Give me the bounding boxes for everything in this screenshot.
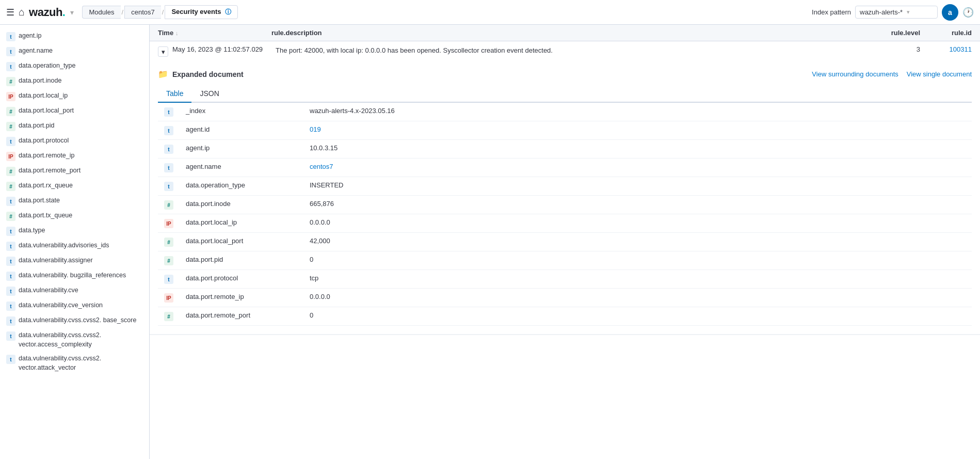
field-value-cell: tcp — [303, 270, 972, 289]
field-value-cell: wazuh-alerts-4.x-2023.05.16 — [303, 103, 972, 121]
sidebar-item[interactable]: t data.vulnerability.assigner — [0, 254, 149, 268]
sidebar: t agent.ip t agent.name t data.operation… — [0, 25, 150, 459]
field-type-badge: t — [6, 137, 15, 146]
field-type-badge: # — [6, 182, 15, 191]
view-single-link[interactable]: View single document — [907, 70, 972, 78]
field-type-badge: t — [6, 355, 15, 364]
sidebar-item[interactable]: t data.vulnerability.cvss.cvss2. base_sc… — [0, 313, 149, 328]
field-name: data.port.remote_port — [19, 166, 81, 176]
logo: wazuh. — [29, 6, 65, 19]
field-name-cell: data.port.local_ip — [180, 214, 303, 233]
logo-caret-icon[interactable]: ▾ — [70, 8, 74, 17]
field-name: data.port.local_ip — [19, 91, 68, 101]
sidebar-item[interactable]: t data.operation_type — [0, 59, 149, 74]
breadcrumb-security-events[interactable]: Security events ⓘ — [165, 5, 238, 19]
expanded-table-row: # data.port.remote_port 0 — [158, 307, 972, 326]
field-name: data.vulnerability.cvss.cvss2. base_scor… — [19, 316, 136, 325]
expanded-table-row: # data.port.local_port 42,000 — [158, 233, 972, 251]
sort-arrow-icon: ↓ — [175, 30, 179, 36]
sidebar-item[interactable]: t data.vulnerability.cvss.cvss2. vector.… — [0, 328, 149, 352]
index-pattern-caret-icon: ▾ — [907, 9, 910, 15]
sidebar-item[interactable]: t agent.ip — [0, 29, 149, 44]
expanded-table-row: t data.operation_type INSERTED — [158, 177, 972, 196]
tab-table[interactable]: Table — [158, 85, 191, 103]
field-value-cell[interactable]: 019 — [303, 121, 972, 140]
avatar[interactable]: a — [942, 4, 958, 21]
field-value-cell[interactable]: centos7 — [303, 159, 972, 177]
sidebar-item[interactable]: # data.port.rx_queue — [0, 179, 149, 194]
field-name-cell: data.port.pid — [180, 251, 303, 270]
sidebar-item[interactable]: t data.vulnerability.advisories_ids — [0, 239, 149, 254]
sidebar-item[interactable]: t data.vulnerability.cvss.cvss2. vector.… — [0, 352, 149, 375]
field-name: data.vulnerability.cve_version — [19, 301, 103, 310]
expanded-title: 📁 Expanded document — [158, 69, 244, 79]
expanded-table-row: t _index wazuh-alerts-4.x-2023.05.16 — [158, 103, 972, 121]
field-name: data.port.pid — [19, 121, 55, 131]
table-header: Time ↓ rule.description rule.level rule.… — [150, 25, 980, 41]
field-name: data.vulnerability.cvss.cvss2. vector.at… — [19, 354, 143, 372]
field-type-badge: # — [6, 122, 15, 131]
hamburger-icon[interactable]: ☰ — [6, 7, 14, 18]
field-type-cell: # — [158, 251, 180, 270]
col-desc-header: rule.description — [271, 29, 858, 37]
field-type-cell: t — [158, 103, 180, 121]
sidebar-item[interactable]: t data.vulnerability. bugzilla_reference… — [0, 268, 149, 283]
sidebar-item[interactable]: # data.port.inode — [0, 74, 149, 89]
field-name: data.port.local_port — [19, 106, 74, 116]
expanded-table-row: IP data.port.local_ip 0.0.0.0 — [158, 214, 972, 233]
expand-button[interactable]: ▾ — [158, 46, 168, 57]
sidebar-item[interactable]: # data.port.local_port — [0, 104, 149, 119]
field-name-cell: data.port.local_port — [180, 233, 303, 251]
field-type-badge: t — [6, 331, 15, 341]
field-type-cell: t — [158, 121, 180, 140]
data-row-main: ▾ May 16, 2023 @ 11:02:57.029 The port: … — [150, 41, 980, 61]
clock-icon[interactable]: 🕐 — [962, 7, 974, 18]
expanded-table-row: IP data.port.remote_ip 0.0.0.0 — [158, 289, 972, 307]
breadcrumb-modules[interactable]: Modules — [82, 6, 120, 19]
sidebar-item[interactable]: t data.type — [0, 224, 149, 239]
field-name: data.port.tx_queue — [19, 211, 72, 220]
expanded-document: 📁 Expanded document View surrounding doc… — [150, 61, 980, 335]
sidebar-item[interactable]: t data.vulnerability.cve_version — [0, 298, 149, 313]
sidebar-item[interactable]: t agent.name — [0, 44, 149, 59]
field-type-badge: t — [6, 47, 15, 56]
field-type-badge: # — [6, 212, 15, 221]
info-icon[interactable]: ⓘ — [225, 8, 231, 15]
sidebar-item[interactable]: t data.port.protocol — [0, 134, 149, 149]
sidebar-item[interactable]: IP data.port.remote_ip — [0, 149, 149, 164]
col-time-header[interactable]: Time ↓ — [158, 29, 271, 37]
sidebar-item[interactable]: # data.port.remote_port — [0, 164, 149, 179]
sidebar-item[interactable]: t data.port.state — [0, 194, 149, 209]
view-surrounding-link[interactable]: View surrounding documents — [812, 70, 898, 78]
field-value-cell: 42,000 — [303, 233, 972, 251]
expanded-table-row: # data.port.pid 0 — [158, 251, 972, 270]
sidebar-item[interactable]: # data.port.tx_queue — [0, 209, 149, 224]
home-icon[interactable]: ⌂ — [19, 6, 25, 18]
field-name-cell: agent.ip — [180, 140, 303, 159]
sidebar-item[interactable]: IP data.port.local_ip — [0, 89, 149, 104]
sidebar-item[interactable]: # data.port.pid — [0, 119, 149, 134]
field-value-cell: 0.0.0.0 — [303, 214, 972, 233]
field-name: data.vulnerability.cvss.cvss2. vector.ac… — [19, 331, 143, 349]
tab-json[interactable]: JSON — [191, 85, 227, 103]
field-type-badge: t — [6, 257, 15, 266]
field-name: agent.name — [19, 46, 53, 56]
expanded-document-header: 📁 Expanded document View surrounding doc… — [158, 69, 972, 79]
field-value-cell: INSERTED — [303, 177, 972, 196]
field-type-cell: t — [158, 270, 180, 289]
breadcrumb-centos7[interactable]: centos7 — [124, 6, 161, 19]
logo-text: wazuh — [29, 6, 62, 19]
field-value-cell: 0 — [303, 251, 972, 270]
field-name: data.port.remote_ip — [19, 151, 74, 161]
expanded-table-row: t agent.ip 10.0.3.15 — [158, 140, 972, 159]
sidebar-item[interactable]: t data.vulnerability.cve — [0, 283, 149, 298]
field-type-badge: t — [6, 242, 15, 251]
index-pattern-select[interactable]: wazuh-alerts-* ▾ — [855, 6, 938, 19]
field-type-cell: t — [158, 159, 180, 177]
field-type-cell: # — [158, 233, 180, 251]
breadcrumb: Modules / centos7 / Security events ⓘ — [82, 5, 238, 19]
field-type-badge: t — [6, 197, 15, 206]
index-pattern-label: Index pattern — [812, 8, 851, 16]
field-type-badge: t — [6, 287, 15, 296]
cell-id[interactable]: 100311 — [920, 45, 972, 53]
